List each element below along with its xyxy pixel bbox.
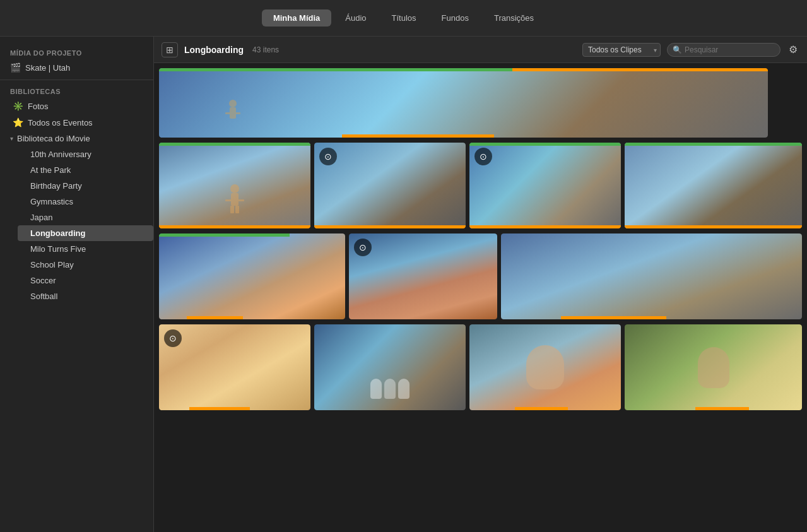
clip-card-4c[interactable] [469, 324, 621, 410]
imovie-library-header[interactable]: ▾ Biblioteca do iMovie [0, 131, 153, 146]
svg-rect-8 [230, 206, 234, 213]
clip-card-4b[interactable] [314, 324, 466, 410]
film-icon: 🎬 [10, 62, 20, 73]
search-input[interactable] [685, 45, 775, 54]
birthday-label: Birthday Party [30, 181, 82, 191]
sidebar-item-japan[interactable]: Japan [18, 210, 153, 225]
view-toggle-button[interactable]: ⊞ [162, 42, 178, 57]
tab-minha-midia[interactable]: Minha Mídia [262, 9, 331, 27]
sidebar-item-fotos[interactable]: ✳️ Fotos [0, 98, 153, 114]
svg-rect-2 [225, 112, 232, 114]
sidebar-item-softball[interactable]: Softball [18, 288, 153, 304]
10th-label: 10th Anniversary [30, 150, 91, 159]
svg-rect-6 [225, 199, 233, 201]
play-icon-2: ⊙ [474, 148, 492, 165]
content-area: ⊞ Longboarding 43 itens Todos os Clipes … [154, 37, 807, 532]
project-media-title: MÍDIA DO PROJETO [0, 44, 153, 59]
clips-row-4: ⊙ [159, 324, 802, 410]
clips-row-1 [159, 68, 802, 138]
play-icon-3: ⊙ [354, 239, 372, 256]
svg-rect-9 [235, 206, 239, 213]
sidebar-item-milo[interactable]: Milo Turns Five [18, 241, 153, 257]
content-library-title: Longboarding [184, 45, 244, 55]
clip-card-3b[interactable]: ⊙ [349, 233, 497, 319]
svg-point-0 [229, 100, 237, 107]
sidebar-item-longboarding[interactable]: Longboarding [18, 225, 153, 241]
clip-card-panoramic[interactable] [159, 68, 768, 138]
main-area: MÍDIA DO PROJETO 🎬 Skate | Utah BIBLIOTE… [0, 37, 807, 532]
search-icon: 🔍 [673, 45, 682, 54]
tab-fundos[interactable]: Fundos [430, 9, 480, 27]
clip-card-3a[interactable] [159, 233, 345, 319]
clips-row-3: ⊙ [159, 233, 802, 319]
svg-rect-3 [234, 112, 240, 114]
clip-card-2a[interactable] [159, 143, 310, 228]
clip-card-2d[interactable] [625, 143, 802, 228]
svg-rect-7 [237, 199, 244, 201]
filter-dropdown[interactable]: Todos os Clipes Clipes Favoritos Clipes … [582, 43, 661, 57]
libraries-title: BIBLIOTECAS [0, 84, 153, 98]
photos-icon: ✳️ [13, 101, 23, 111]
tab-titulos[interactable]: Títulos [380, 9, 428, 27]
clips-grid: ⊙ ⊙ [159, 68, 802, 410]
clip-card-4a[interactable]: ⊙ [159, 324, 310, 410]
project-item-label: Skate | Utah [25, 63, 70, 73]
sidebar-item-gymnastics[interactable]: Gymnastics [18, 194, 153, 210]
fotos-label: Fotos [28, 102, 49, 111]
school-label: School Play [30, 260, 74, 269]
sidebar-item-todos-eventos[interactable]: ⭐ Todos os Eventos [0, 114, 153, 131]
top-toolbar: Minha Mídia Áudio Títulos Fundos Transiç… [0, 0, 807, 37]
clip-card-3c[interactable] [501, 233, 802, 319]
clip-card-4d[interactable] [625, 324, 802, 410]
content-scroll-area[interactable]: ⊙ ⊙ [154, 63, 807, 532]
sidebar-item-park[interactable]: At the Park [18, 162, 153, 178]
softball-label: Softball [30, 292, 57, 301]
sidebar-item-school[interactable]: School Play [18, 257, 153, 273]
project-media-item[interactable]: 🎬 Skate | Utah [0, 59, 153, 76]
star-icon: ⭐ [13, 117, 23, 127]
svg-point-4 [230, 184, 239, 193]
park-label: At the Park [30, 165, 71, 175]
milo-label: Milo Turns Five [30, 244, 86, 254]
soccer-label: Soccer [30, 276, 56, 285]
sidebar-item-soccer[interactable]: Soccer [18, 273, 153, 288]
content-toolbar: ⊞ Longboarding 43 itens Todos os Clipes … [154, 37, 807, 63]
longboarding-label: Longboarding [30, 228, 85, 238]
gear-button[interactable]: ⚙ [787, 42, 799, 57]
japan-label: Japan [30, 213, 52, 222]
imovie-library-label: Biblioteca do iMovie [17, 134, 90, 143]
tab-audio[interactable]: Áudio [334, 9, 377, 27]
play-icon: ⊙ [319, 148, 337, 165]
sidebar-item-10th[interactable]: 10th Anniversary [18, 146, 153, 162]
library-children: 10th Anniversary At the Park Birthday Pa… [0, 146, 153, 304]
chevron-down-icon: ▾ [10, 135, 13, 142]
sidebar-divider-1 [0, 80, 153, 80]
todos-eventos-label: Todos os Eventos [28, 118, 93, 127]
clip-card-2c[interactable]: ⊙ [469, 143, 621, 228]
sidebar-item-birthday[interactable]: Birthday Party [18, 178, 153, 194]
clips-row-2: ⊙ ⊙ [159, 143, 802, 228]
clip-card-2b[interactable]: ⊙ [314, 143, 466, 228]
play-icon-4: ⊙ [164, 329, 182, 347]
search-box: 🔍 [667, 43, 780, 57]
content-item-count: 43 itens [252, 45, 279, 54]
tab-transicoes[interactable]: Transições [483, 9, 545, 27]
gymnastics-label: Gymnastics [30, 197, 73, 206]
sidebar: MÍDIA DO PROJETO 🎬 Skate | Utah BIBLIOTE… [0, 37, 154, 532]
